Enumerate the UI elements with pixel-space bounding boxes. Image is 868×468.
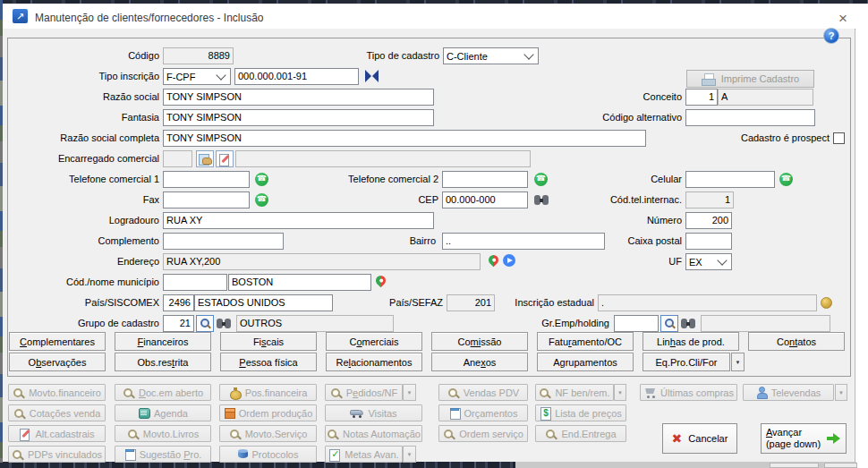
tab-linhas-de-prod[interactable]: Linhas de prod. xyxy=(642,332,739,351)
tab-financeiros[interactable]: Financeiros xyxy=(115,332,211,351)
pedidos-nf-dropdown[interactable]: ▼ xyxy=(403,384,416,401)
ordem-servico-button[interactable]: Ordem serviço xyxy=(438,425,528,442)
cadastro-prospect-checkbox[interactable] xyxy=(833,132,845,144)
pais-siscomex-nome-field[interactable]: ESTADOS UNIDOS xyxy=(194,294,333,311)
grupo-cadastro-label: Grupo de cadastro xyxy=(7,315,159,332)
tab-obs-restrita[interactable]: Obs.restrita xyxy=(115,353,211,371)
ordem-producao-button[interactable]: Ordem produção xyxy=(219,404,317,421)
imprime-cadastro-button[interactable]: Imprime Cadastro xyxy=(686,70,814,88)
encarregado-edit-button[interactable] xyxy=(216,150,234,167)
tab-complementares[interactable]: Complementares xyxy=(9,332,106,351)
agenda-button[interactable]: Agenda xyxy=(115,404,211,421)
tab-faturamento-oc[interactable]: Faturamento/OC xyxy=(537,332,634,351)
televendas-dropdown[interactable]: ▼ xyxy=(835,384,847,401)
end-entrega-button[interactable]: End.Entrega xyxy=(535,425,626,442)
numero-field[interactable]: 200 xyxy=(685,212,732,229)
tab-eq-pro-dropdown[interactable]: ▼ xyxy=(731,353,745,371)
sugestao-pro-button[interactable]: Sugestão Pro. xyxy=(115,446,211,463)
municipio-codigo-field[interactable] xyxy=(163,274,227,291)
hand-lookup-icon xyxy=(199,153,212,166)
lista-de-precos-button[interactable]: Lista de preços xyxy=(535,404,626,421)
celular-field[interactable] xyxy=(685,171,775,188)
tipo-cadastro-combo[interactable]: C-Cliente xyxy=(443,47,539,64)
directions-icon[interactable] xyxy=(503,254,515,267)
fantasia-field[interactable]: TONY SIMPSON xyxy=(163,109,434,126)
nf-ben-rem-dropdown[interactable]: ▼ xyxy=(614,384,626,401)
protocolos-button[interactable]: Protocolos xyxy=(219,446,317,463)
ultimas-compras-button[interactable]: Últimas compras xyxy=(640,384,737,401)
price-list-icon xyxy=(540,407,551,419)
logradouro-field[interactable]: RUA XY xyxy=(163,212,434,229)
tab-comerciais[interactable]: Comerciais xyxy=(326,332,422,351)
notas-automacao-button[interactable]: Notas Automação xyxy=(325,425,422,442)
doc-em-aberto-button[interactable]: Doc.em aberto xyxy=(115,384,211,401)
tab-agrupamentos[interactable]: Agrupamentos xyxy=(537,353,634,371)
movto-financeiro-button[interactable]: Movto.financeiro xyxy=(8,384,106,401)
municipio-nome-field[interactable]: BOSTON xyxy=(228,274,371,291)
razao-social-field[interactable]: TONY SIMPSON xyxy=(163,89,434,106)
grupo-cadastro-codigo-field[interactable]: 21 xyxy=(163,315,194,332)
visitas-button[interactable]: Visitas xyxy=(325,404,422,421)
background-window-left-sliver xyxy=(0,0,3,463)
button-label: Vendas PDV xyxy=(464,387,519,398)
metas-avan-button[interactable]: Metas Avan. xyxy=(325,446,403,463)
whatsapp-phone-icon[interactable] xyxy=(255,173,268,186)
complemento-field[interactable] xyxy=(163,233,284,250)
televendas-button[interactable]: Televendas xyxy=(743,384,834,401)
cotacoes-venda-button[interactable]: Cotações venda xyxy=(8,404,106,421)
cep-field[interactable]: 00.000-000 xyxy=(442,191,528,208)
gold-coin-icon[interactable] xyxy=(821,297,832,309)
advance-button[interactable]: Avançar (page down) xyxy=(761,423,847,454)
pos-financeira-button[interactable]: Pos.financeira xyxy=(219,384,317,401)
shopping-cart-icon xyxy=(643,387,657,398)
tab-anexos[interactable]: Anexos xyxy=(431,353,528,371)
telefone2-field[interactable] xyxy=(442,171,528,188)
pdps-vinculados-button[interactable]: PDPs vinculados xyxy=(8,446,106,463)
magnifier-icon xyxy=(545,428,557,440)
pedidos-nf-button[interactable]: Pedidos/NF xyxy=(325,384,403,401)
tab-contatos[interactable]: Contatos xyxy=(748,332,845,351)
telefone1-field[interactable] xyxy=(163,171,250,188)
conceito-field[interactable]: 1 xyxy=(685,89,718,106)
tab-fiscais[interactable]: Fiscais xyxy=(220,332,317,351)
binoculars-icon[interactable] xyxy=(217,319,232,329)
inscricao-estadual-label: Inscrição estadual xyxy=(452,294,594,311)
nf-ben-rem-button[interactable]: NF ben/rem. xyxy=(535,384,614,401)
whatsapp-phone-icon[interactable] xyxy=(255,193,268,207)
uf-value: EX xyxy=(689,257,702,268)
tab-eq-pro-cli-for[interactable]: Eq.Pro.Cli/For xyxy=(642,353,730,371)
gr-emp-holding-field[interactable] xyxy=(614,315,659,332)
binoculars-icon[interactable] xyxy=(681,319,696,329)
metas-avan-dropdown[interactable]: ▼ xyxy=(403,446,416,463)
tab-observacoes[interactable]: Observações xyxy=(9,353,106,371)
gr-emp-lookup-button[interactable] xyxy=(660,315,678,332)
encarregado-lookup-button[interactable] xyxy=(196,150,214,167)
codigo-label: Código xyxy=(7,47,159,64)
whatsapp-phone-icon[interactable] xyxy=(779,173,793,186)
tab-pessoa-fisica[interactable]: Pessoa física xyxy=(220,353,317,371)
alt-cadastrais-button[interactable]: Alt.cadastrais xyxy=(8,425,106,442)
cadastro-prospect-label: Cadastro é prospect xyxy=(662,130,830,147)
receita-federal-icon[interactable] xyxy=(365,70,379,82)
tipo-inscricao-combo[interactable]: F-CPF xyxy=(163,68,231,85)
caixa-postal-field[interactable] xyxy=(685,233,732,250)
tab-comissao[interactable]: Comissão xyxy=(431,332,528,351)
fax-field[interactable] xyxy=(163,191,250,208)
magnifier-icon xyxy=(443,428,455,440)
movto-servico-button[interactable]: Movto.Serviço xyxy=(219,425,317,442)
pais-siscomex-label: País/SISCOMEX xyxy=(7,294,159,311)
movto-livros-button[interactable]: Movto.Livros xyxy=(115,425,211,442)
vendas-pdv-button[interactable]: Vendas PDV xyxy=(438,384,528,401)
codigo-alternativo-field[interactable] xyxy=(685,109,815,126)
green-arrow-icon xyxy=(827,433,841,445)
grupo-cadastro-lookup-button[interactable] xyxy=(196,315,214,332)
tab-relacionamentos[interactable]: Relacionamentos xyxy=(326,353,422,371)
orcamentos-button[interactable]: Orçamentos xyxy=(438,404,528,421)
pais-siscomex-codigo-field[interactable]: 2496 xyxy=(163,294,194,311)
cpf-field[interactable]: 000.000.001-91 xyxy=(234,68,359,85)
close-icon[interactable]: × xyxy=(831,9,855,29)
cancel-button[interactable]: ✖ Cancelar xyxy=(662,423,737,454)
razao-social-completa-field[interactable]: TONY SIMPSON xyxy=(163,130,646,147)
help-icon[interactable]: ? xyxy=(823,28,839,44)
uf-combo[interactable]: EX xyxy=(685,253,732,270)
